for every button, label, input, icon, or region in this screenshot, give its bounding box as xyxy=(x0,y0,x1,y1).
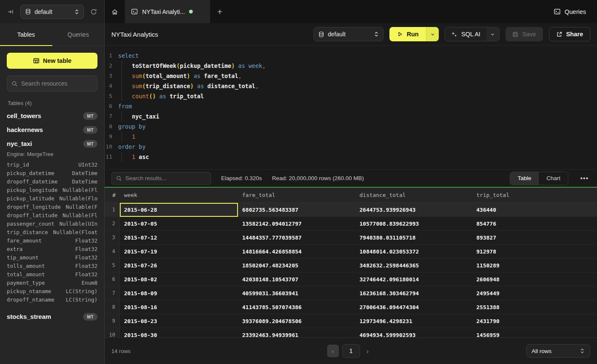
prev-page-button[interactable]: ‹ xyxy=(327,345,339,357)
tab-nytaxi-analytics[interactable]: NYTaxi Analyti... xyxy=(125,0,210,23)
table-cell[interactable]: 14484357.777039587 xyxy=(238,231,355,245)
view-toggle-chart[interactable]: Chart xyxy=(539,172,568,185)
code-line: 5 count() as trip_total xyxy=(105,91,597,101)
table-cell[interactable]: 10848014.023053372 xyxy=(355,245,472,259)
table-cell[interactable]: 2015-08-02 xyxy=(120,272,238,286)
row-number[interactable]: 6 xyxy=(105,272,120,286)
sidebar-table-hackernews[interactable]: hackernews MT xyxy=(7,123,97,137)
view-toggle-table[interactable]: Table xyxy=(510,172,539,185)
table-cell[interactable]: 436440 xyxy=(472,203,597,217)
table-cell[interactable]: 2015-07-12 xyxy=(120,231,238,245)
row-number[interactable]: 1 xyxy=(105,203,120,217)
sidebar-table-nyc-taxi[interactable]: nyc_taxi MT xyxy=(7,137,97,151)
table-cell[interactable]: 2551388 xyxy=(472,300,597,314)
table-cell[interactable]: 2015-07-05 xyxy=(120,217,238,231)
sql-ai-chevron[interactable] xyxy=(486,27,499,41)
table-cell[interactable]: 7940380.031105718 xyxy=(355,231,472,245)
row-number[interactable]: 5 xyxy=(105,259,120,272)
column-header[interactable]: trip_total xyxy=(472,188,597,202)
table-cell[interactable]: 2015-07-19 xyxy=(120,245,238,259)
table-cell[interactable]: 2015-07-26 xyxy=(120,259,238,272)
sidebar-search-input[interactable]: Search resources xyxy=(7,75,97,92)
sidebar-table-cell-towers[interactable]: cell_towers MT xyxy=(7,109,97,123)
share-button[interactable]: Share xyxy=(549,27,590,41)
row-number[interactable]: 4 xyxy=(105,245,120,259)
table-row: 12015-06-286802735.5634833872644753.9399… xyxy=(105,203,597,217)
code-line: 10order by xyxy=(105,142,597,152)
column-row: extraFloat32 xyxy=(7,245,97,253)
collapse-sidebar-icon[interactable] xyxy=(5,6,16,17)
table-cell[interactable]: 2644753.939926943 xyxy=(355,203,472,217)
row-number[interactable]: 3 xyxy=(105,231,120,245)
column-header[interactable]: distance_total xyxy=(355,188,472,202)
table-cell[interactable]: 912978 xyxy=(472,245,597,259)
save-button[interactable]: Save xyxy=(505,27,543,41)
table-cell[interactable]: 2606948 xyxy=(472,272,597,286)
column-header[interactable]: fare_total xyxy=(238,188,355,202)
run-options-chevron[interactable] xyxy=(426,27,439,41)
current-page[interactable]: 1 xyxy=(342,344,360,358)
more-options-icon[interactable]: ••• xyxy=(578,175,590,182)
table-cell[interactable]: 42038148.10543707 xyxy=(238,272,355,286)
row-number[interactable]: 8 xyxy=(105,300,120,314)
table-cell[interactable]: 2015-06-28 xyxy=(120,203,238,217)
column-type: Nullable(UIn xyxy=(59,220,97,228)
table-cell[interactable]: 2015-08-23 xyxy=(120,314,238,328)
row-number[interactable]: 10 xyxy=(105,328,120,337)
row-number[interactable]: 2 xyxy=(105,217,120,231)
table-cell[interactable]: 893827 xyxy=(472,231,597,245)
table-cell[interactable]: 1150289 xyxy=(472,259,597,272)
page-size-select[interactable]: All rows xyxy=(526,344,590,358)
table-cell[interactable]: 2495449 xyxy=(472,286,597,300)
next-page-button[interactable]: › xyxy=(363,348,372,355)
table-cell[interactable]: 18502047.48234205 xyxy=(238,259,355,272)
table-cell[interactable]: 40599031.36603941 xyxy=(238,286,355,300)
sidebar-body: New table Search resources Tables (4) ce… xyxy=(0,46,104,330)
table-cell[interactable]: 39376089.204678506 xyxy=(238,314,355,328)
table-cell[interactable]: 854776 xyxy=(472,217,597,231)
sidebar-database-selector[interactable]: default xyxy=(20,5,84,19)
column-row: pickup_longitudeNullable(Fl xyxy=(7,186,97,194)
table-cell[interactable]: 4694934.599902593 xyxy=(355,328,472,337)
table-cell[interactable]: 2431790 xyxy=(472,314,597,328)
sidebar-tab-tables[interactable]: Tables xyxy=(0,23,52,46)
run-button[interactable]: Run xyxy=(389,27,439,41)
table-cell[interactable]: 6802735.563483387 xyxy=(238,203,355,217)
table-cell[interactable]: 10577008.839622993 xyxy=(355,217,472,231)
table-cell[interactable]: 13582142.094012797 xyxy=(238,217,355,231)
table-cell[interactable]: 2015-08-16 xyxy=(120,300,238,314)
line-number: 9 xyxy=(105,132,118,142)
row-number[interactable]: 9 xyxy=(105,314,120,328)
column-row: dropoff_longitudeNullable(F xyxy=(7,203,97,211)
code-text: group by xyxy=(118,121,146,132)
sql-editor[interactable]: 1select2 toStartOfWeek(pickup_datetime) … xyxy=(105,46,597,169)
column-list: trip_idUInt32pickup_datetimeDateTimedrop… xyxy=(7,161,97,304)
table-cell[interactable]: 3482632.2598446365 xyxy=(355,259,472,272)
table-cell[interactable]: 1456959 xyxy=(472,328,597,337)
table-cell[interactable]: 2015-08-30 xyxy=(120,328,238,337)
page-title: NYTaxi Analytics xyxy=(111,31,158,38)
sql-ai-button[interactable]: SQL AI xyxy=(445,27,499,41)
table-cell[interactable]: 12973496.4298231 xyxy=(355,314,472,328)
new-table-button[interactable]: New table xyxy=(7,53,97,69)
home-button[interactable] xyxy=(105,0,125,23)
header-database-selector[interactable]: default xyxy=(313,27,384,41)
table-cell[interactable]: 23392463.94939961 xyxy=(238,328,355,337)
table-cell[interactable]: 2015-08-09 xyxy=(120,286,238,300)
refresh-icon[interactable] xyxy=(88,6,99,17)
table-cell[interactable]: 32746442.096180014 xyxy=(355,272,472,286)
line-number: 7 xyxy=(105,111,118,121)
sidebar-table-stocks-stream[interactable]: stocks_stream MT xyxy=(7,310,97,324)
table-cell[interactable]: 27006436.094474304 xyxy=(355,300,472,314)
results-search-input[interactable]: Search results... xyxy=(111,172,211,185)
sparkles-icon xyxy=(451,31,457,38)
results-table: #weekfare_totaldistance_totaltrip_total1… xyxy=(105,188,597,337)
sidebar-tab-queries[interactable]: Queries xyxy=(52,23,105,46)
new-tab-button[interactable]: + xyxy=(210,0,230,23)
table-cell[interactable]: 14816664.426858854 xyxy=(238,245,355,259)
table-cell[interactable]: 16236168.303462794 xyxy=(355,286,472,300)
column-header[interactable]: week xyxy=(120,188,238,202)
queries-button[interactable]: Queries xyxy=(543,0,597,23)
table-cell[interactable]: 41143785.507074386 xyxy=(238,300,355,314)
row-number[interactable]: 7 xyxy=(105,286,120,300)
